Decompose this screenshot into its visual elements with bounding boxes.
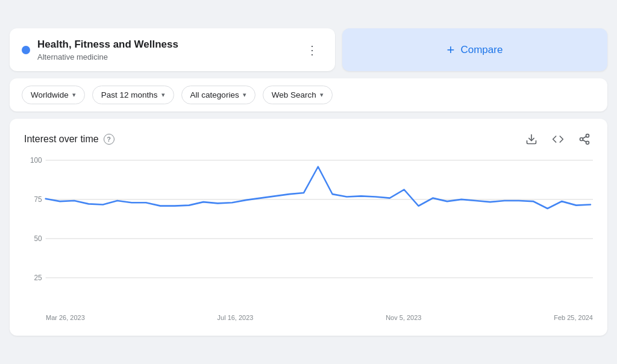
topic-left: Health, Fitness and Wellness Alternative… xyxy=(22,38,178,61)
code-icon xyxy=(552,133,564,145)
more-icon: ⋮ xyxy=(306,43,318,57)
download-icon xyxy=(525,133,537,145)
time-chevron-icon: ▾ xyxy=(161,91,165,99)
region-chevron-icon: ▾ xyxy=(72,91,76,99)
svg-line-5 xyxy=(583,136,586,138)
chart-actions xyxy=(523,131,593,148)
embed-button[interactable] xyxy=(550,131,566,148)
svg-line-4 xyxy=(583,140,586,142)
more-options-button[interactable]: ⋮ xyxy=(301,40,323,60)
topic-subtitle: Alternative medicine xyxy=(37,52,178,61)
chart-title-row: Interest over time ? xyxy=(24,134,114,145)
svg-text:50: 50 xyxy=(34,234,42,243)
compare-card[interactable]: + Compare xyxy=(342,28,607,71)
topic-card: Health, Fitness and Wellness Alternative… xyxy=(10,28,335,71)
category-chevron-icon: ▾ xyxy=(243,91,246,99)
search-type-filter-button[interactable]: Web Search ▾ xyxy=(263,86,333,104)
help-icon[interactable]: ? xyxy=(104,134,114,145)
chart-wrapper: 100 75 50 25 xyxy=(24,154,593,310)
x-label-2: Jul 16, 2023 xyxy=(218,314,254,321)
top-row: Health, Fitness and Wellness Alternative… xyxy=(10,28,607,71)
filters-row: Worldwide ▾ Past 12 months ▾ All categor… xyxy=(10,78,607,111)
svg-text:25: 25 xyxy=(34,274,42,283)
trend-chart: 100 75 50 25 xyxy=(24,154,593,310)
search-type-filter-label: Web Search xyxy=(272,90,316,99)
chart-title: Interest over time xyxy=(24,134,99,145)
chart-card: Interest over time ? xyxy=(10,119,607,336)
compare-label: Compare xyxy=(460,44,503,56)
x-label-3: Nov 5, 2023 xyxy=(386,314,421,321)
search-type-chevron-icon: ▾ xyxy=(320,91,324,99)
time-filter-label: Past 12 months xyxy=(101,90,158,99)
topic-text: Health, Fitness and Wellness Alternative… xyxy=(37,38,178,61)
region-filter-label: Worldwide xyxy=(31,90,69,99)
share-icon xyxy=(578,133,590,145)
compare-inner: + Compare xyxy=(447,42,503,58)
main-container: Health, Fitness and Wellness Alternative… xyxy=(10,28,607,336)
x-label-1: Mar 26, 2023 xyxy=(46,314,85,321)
svg-text:75: 75 xyxy=(34,195,42,204)
topic-title: Health, Fitness and Wellness xyxy=(37,38,178,51)
category-filter-label: All categories xyxy=(190,90,239,99)
download-button[interactable] xyxy=(523,131,540,148)
time-filter-button[interactable]: Past 12 months ▾ xyxy=(92,86,174,104)
svg-text:100: 100 xyxy=(30,156,42,165)
share-button[interactable] xyxy=(576,131,593,148)
x-labels: Mar 26, 2023 Jul 16, 2023 Nov 5, 2023 Fe… xyxy=(24,310,593,321)
compare-plus-icon: + xyxy=(447,42,455,58)
region-filter-button[interactable]: Worldwide ▾ xyxy=(22,86,85,104)
topic-dot xyxy=(22,46,30,54)
x-label-4: Feb 25, 2024 xyxy=(554,314,593,321)
category-filter-button[interactable]: All categories ▾ xyxy=(181,86,255,104)
chart-header: Interest over time ? xyxy=(24,131,593,148)
